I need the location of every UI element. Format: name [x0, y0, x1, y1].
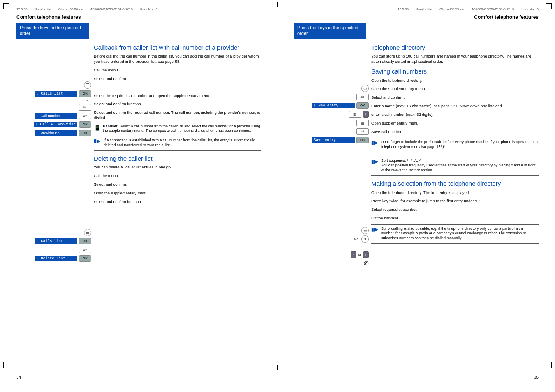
handset-icon: 📱 — [94, 124, 99, 134]
heading-saving: Saving call numbers — [371, 68, 539, 76]
step-text-selreq: Select required subscriber. — [371, 207, 539, 212]
header-korrektur: Korrektur: 0 — [521, 7, 539, 11]
menu-key-icon: ☰ — [84, 81, 91, 89]
mail-key-icon: ✉ — [79, 104, 91, 111]
paragraph-delete: You can delete all caller list entries i… — [94, 165, 261, 170]
step-call-number: ↓Call number ≡+ — [16, 112, 91, 120]
nav-calls-list-label-2: Calls list — [41, 239, 63, 243]
ok-key: OK — [79, 238, 91, 244]
content-area: ☰ ↓Calls list OK or ✉ ↓Call number ≡+ ↓C… — [16, 42, 261, 263]
header-korrektur: Korrektur: 0 — [140, 7, 157, 11]
nav-provider-no: ↓Provider no. — [35, 130, 77, 136]
step-keypad-name: ▦ ↓ — [294, 111, 369, 118]
nav-call-w-provider: ↓Call w. Provider — [34, 122, 77, 127]
step-text-num: enter a call number (max. 32 digits). — [371, 112, 539, 118]
paragraph-directory: You can store up to 100 call numbers and… — [371, 54, 539, 65]
telephone-directory-key-icon: ▭ — [361, 85, 369, 92]
step-text-open2: Open the telephone directory. The first … — [371, 190, 539, 196]
ok-key: OK — [79, 130, 91, 136]
nav-new-entry-label: New entry — [318, 104, 338, 108]
body-column: Telephone directory You can store up to … — [369, 42, 539, 268]
step-text-confirm: Select and confirm. — [371, 95, 539, 100]
step-open-directory-2: ▭ — [294, 227, 369, 234]
step-text-save: Save call number. — [371, 129, 539, 135]
step-text-supp: Open the supplementary menu. — [94, 191, 261, 196]
note-arrow-icon: ▮▶ — [94, 138, 100, 148]
heading-callback: Callback from caller list with call numb… — [94, 44, 261, 52]
step-text-supp: Open the supplementary menu. — [371, 86, 539, 92]
header-date: 17.5.00 — [398, 7, 409, 11]
handset-lift-icon: ✆ — [364, 260, 369, 267]
header-partno: A31008-G3035-B101-6-7619 — [472, 7, 514, 11]
steps-ribbon: Press the keys in the specified order — [294, 23, 366, 39]
or-label: or — [16, 99, 91, 102]
heading-delete: Deleting the caller list — [94, 155, 261, 163]
header-date: 17.5.00 — [16, 7, 28, 11]
step-text-open: Open the telephone directory. — [371, 78, 539, 83]
keypad-icon: ▦ — [356, 120, 369, 126]
nav-provider-no-label: Provider no. — [41, 131, 61, 135]
step-text-select: Select and confirm. — [94, 76, 261, 82]
step-menu-key-2: ☰ — [16, 229, 91, 236]
note-arrow-icon: ▮▶ — [371, 159, 378, 173]
step-text-lift: Lift the handset. — [371, 216, 539, 221]
nav-delete-list-label: Delete List — [41, 256, 65, 261]
steps-ribbon: Press the keys in the specified order — [16, 23, 89, 39]
note-prefix: ▮▶ Don't forget to include the prefix co… — [371, 138, 539, 152]
step-save-entry: Save entry OK — [294, 136, 369, 144]
keypad-icon: ▦ — [349, 111, 361, 118]
telephone-directory-key-icon: ▭ — [361, 227, 369, 234]
step-text-prov: Select and confirm the required call num… — [94, 110, 261, 121]
note-suffix: ▮▶ Suffix dialling is also possible, e.g… — [371, 224, 539, 244]
step-lift-handset: ✆ — [294, 260, 369, 267]
note-arrow-icon: ▮▶ — [371, 140, 378, 149]
handset-label: Handset: — [103, 124, 119, 128]
step-menu-key: ☰ — [16, 81, 91, 89]
nav-save-entry: Save entry — [312, 137, 355, 143]
step-delete-list: ↓Delete List OK — [16, 255, 91, 262]
nav-calls-list: ↓Calls list — [35, 91, 77, 97]
nav-new-entry: ↓New entry — [312, 103, 355, 108]
step-calls-list-2: ↓Calls list OK — [16, 238, 91, 245]
down-arrow-key: ↓ — [363, 111, 369, 118]
content-area: ▭ ≡+ ↓New entry OK ▦ ↓ ▦ ≡+ — [294, 42, 539, 268]
step-select-subscriber: ↑ or ↓ — [294, 251, 369, 258]
step-new-entry: ↓New entry OK — [294, 102, 369, 109]
step-keypad-number: ▦ — [294, 119, 369, 127]
note-suffix-text: Suffix dialling is also possible, e.g. i… — [381, 226, 539, 241]
down-arrow-key: ↓ — [363, 251, 369, 258]
handset-note: 📱 Handset: Select a call number from the… — [94, 124, 261, 134]
spread: 17.5.00 Komfort.fm Gigaset3035isdn A3100… — [0, 0, 555, 392]
up-arrow-key: ↑ — [351, 251, 357, 258]
header-file: Komfort.fm — [416, 7, 432, 11]
steps-column: ☰ ↓Calls list OK or ✉ ↓Call number ≡+ ↓C… — [16, 42, 91, 263]
nav-delete-list: ↓Delete List — [35, 256, 77, 261]
note-sort-text: Sort sequence: *, #, A, Ä You can positi… — [381, 159, 539, 173]
ok-key: OK — [79, 121, 91, 128]
nav-calls-list-label: Calls list — [41, 92, 63, 96]
note-prefix-text: Don't forget to include the prefix code … — [381, 140, 539, 149]
step-text-menu-2: Call the menu. — [94, 173, 261, 179]
step-text-select-2: Select and confirm. — [94, 182, 261, 187]
eg-label: e.g. — [354, 237, 360, 241]
step-text-func: Select and confirm function. — [94, 101, 261, 107]
note-connection: ▮▶ If a connection is established with a… — [94, 136, 261, 150]
step-supp-menu: ≡+ — [16, 246, 91, 254]
note-sort: ▮▶ Sort sequence: *, #, A, Ä You can pos… — [371, 157, 539, 176]
nav-save-entry-label: Save entry — [314, 138, 336, 142]
nav-call-number-label: Call number — [41, 114, 61, 118]
step-text-callnum: Select the required call number and open… — [94, 93, 261, 99]
section-title: Comfort telephone features — [16, 14, 261, 20]
step-mail-key: ✉ — [16, 104, 91, 111]
supp-menu-key: ≡+ — [356, 128, 369, 135]
menu-key-icon: ☰ — [84, 229, 91, 236]
body-column: Callback from caller list with call numb… — [91, 42, 261, 263]
running-header-left: 17.5.00 Komfort.fm Gigaset3035isdn A3100… — [16, 7, 261, 11]
header-partno: A31008-G3035-B101-6-7619 — [90, 7, 133, 11]
step-open-directory: ▭ — [294, 85, 369, 92]
page-right: 17.5.00 Komfort.fm Gigaset3035isdn A3100… — [278, 0, 555, 392]
digit-3-key: 3 — [361, 235, 369, 243]
nav-call-w-provider-label: Call w. Provider — [40, 122, 76, 127]
page-number-left: 34 — [16, 375, 21, 380]
paragraph-callback: Before dialling the call number in the c… — [94, 54, 261, 65]
